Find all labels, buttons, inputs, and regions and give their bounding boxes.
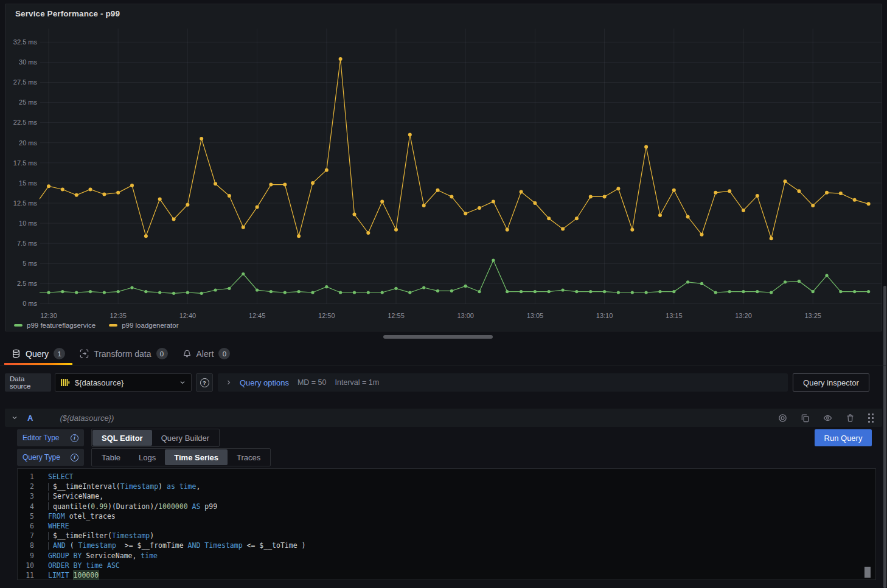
panel-title[interactable]: Service Performance - p99	[15, 9, 120, 18]
svg-text:22.5 ms: 22.5 ms	[13, 119, 38, 126]
svg-text:13:15: 13:15	[666, 312, 683, 319]
transform-icon	[80, 349, 89, 358]
editor-type-option-sql-editor[interactable]: SQL Editor	[92, 430, 152, 446]
svg-text:12:40: 12:40	[179, 312, 197, 319]
remove-query-trash-icon[interactable]	[846, 413, 855, 423]
svg-text:13:05: 13:05	[527, 312, 544, 319]
query-type-radio-group: Table Logs Time Series Traces	[91, 448, 271, 466]
datasource-label: Data source	[5, 373, 51, 392]
query-count-badge: 1	[54, 348, 65, 359]
svg-text:12:45: 12:45	[249, 312, 266, 319]
legend-label: p99 loadgenerator	[122, 322, 178, 329]
sql-code-editor[interactable]: 1SELECT2$__timeInterval(Timestamp) as ti…	[17, 468, 876, 580]
help-icon: ?	[200, 378, 209, 387]
chevron-down-icon	[179, 379, 186, 386]
svg-text:13:25: 13:25	[804, 312, 821, 319]
info-icon[interactable]: i	[71, 434, 78, 442]
editor-type-field: Editor Type i	[17, 429, 84, 446]
drag-handle-icon[interactable]	[868, 413, 874, 423]
datasource-picker[interactable]: ${datasource}	[55, 373, 192, 392]
legend-item-loadgenerator[interactable]: p99 loadgenerator	[109, 322, 178, 329]
svg-text:15 ms: 15 ms	[19, 179, 37, 187]
svg-text:13:10: 13:10	[596, 312, 613, 319]
query-type-option-time-series[interactable]: Time Series	[165, 449, 228, 465]
svg-text:0 ms: 0 ms	[23, 300, 37, 307]
svg-text:12:50: 12:50	[318, 312, 335, 319]
datasource-help-button[interactable]: ?	[196, 373, 213, 392]
query-options-bar: Query options MD = 50 Interval = 1m	[218, 373, 788, 392]
collapse-chevron-icon[interactable]	[11, 414, 18, 421]
svg-text:27.5 ms: 27.5 ms	[13, 78, 38, 86]
legend-label: p99 featureflagservice	[27, 322, 96, 329]
duplicate-query-icon[interactable]	[801, 413, 810, 423]
timeseries-panel: Service Performance - p99 0 ms2.5 ms5 ms…	[5, 4, 882, 331]
sql-code-lines: 1SELECT2$__timeInterval(Timestamp) as ti…	[18, 472, 875, 580]
query-type-option-table[interactable]: Table	[92, 449, 130, 465]
svg-text:12.5 ms: 12.5 ms	[13, 199, 38, 207]
editor-type-label: Editor Type	[23, 434, 59, 442]
clickhouse-datasource-icon	[60, 378, 70, 387]
query-inspector-button[interactable]: Query inspector	[793, 373, 869, 392]
svg-text:5 ms: 5 ms	[23, 260, 37, 267]
chart-legend: p99 featureflagservice p99 loadgenerator	[14, 320, 179, 331]
tab-transform-data[interactable]: Transform data 0	[72, 342, 175, 365]
svg-text:12:30: 12:30	[40, 312, 57, 319]
run-query-button[interactable]: Run Query	[815, 429, 872, 446]
bell-icon	[183, 349, 192, 358]
legend-item-featureflagservice[interactable]: p99 featureflagservice	[14, 322, 96, 329]
tab-query[interactable]: Query 1	[4, 342, 72, 365]
svg-text:7.5 ms: 7.5 ms	[17, 240, 38, 247]
tab-label: Transform data	[94, 349, 151, 359]
svg-text:13:00: 13:00	[457, 312, 474, 319]
svg-text:2.5 ms: 2.5 ms	[17, 280, 38, 287]
hide-response-eye-icon[interactable]	[823, 413, 832, 423]
query-editor-tabbar: Query 1 Transform data 0 Alert 0	[0, 342, 887, 365]
interval-value: Interval = 1m	[335, 378, 380, 387]
query-options-label: Query options	[240, 378, 289, 387]
svg-text:10 ms: 10 ms	[19, 220, 37, 227]
datasource-value: ${datasource}	[75, 378, 123, 387]
svg-text:30 ms: 30 ms	[19, 58, 37, 66]
database-icon	[12, 349, 21, 358]
horizontal-scrollbar-thumb[interactable]	[383, 335, 493, 339]
disable-query-icon[interactable]	[778, 413, 787, 423]
query-type-field: Query Type i	[17, 449, 84, 466]
query-type-option-traces[interactable]: Traces	[228, 449, 270, 465]
editor-type-radio-group: SQL Editor Query Builder	[91, 429, 220, 447]
legend-swatch-green	[14, 324, 23, 327]
query-type-label: Query Type	[23, 453, 60, 462]
legend-swatch-yellow	[109, 324, 117, 327]
vertical-scrollbar-thumb[interactable]	[883, 286, 886, 588]
tab-alert[interactable]: Alert 0	[175, 342, 238, 365]
query-datasource-hint: (${datasource})	[60, 413, 114, 423]
query-options-toggle[interactable]: Query options	[225, 378, 289, 387]
timeseries-canvas[interactable]: 0 ms2.5 ms5 ms7.5 ms10 ms12.5 ms15 ms17.…	[5, 22, 883, 322]
editor-scrollbar-thumb[interactable]	[864, 567, 871, 578]
svg-text:32.5 ms: 32.5 ms	[13, 38, 38, 46]
svg-text:20 ms: 20 ms	[19, 139, 37, 147]
query-row-actions	[778, 413, 874, 423]
svg-text:13:20: 13:20	[735, 312, 752, 319]
query-ref-id[interactable]: A	[27, 413, 33, 423]
svg-text:25 ms: 25 ms	[19, 99, 37, 106]
svg-text:17.5 ms: 17.5 ms	[13, 159, 38, 167]
query-row-header[interactable]: A (${datasource})	[5, 409, 882, 427]
info-icon[interactable]: i	[71, 454, 78, 462]
svg-text:12:55: 12:55	[388, 312, 405, 319]
tab-label: Query	[26, 349, 49, 359]
alert-count-badge: 0	[218, 348, 230, 359]
max-datapoints-value: MD = 50	[297, 378, 327, 387]
transform-count-badge: 0	[156, 348, 168, 359]
query-type-option-logs[interactable]: Logs	[130, 449, 165, 465]
svg-text:12:35: 12:35	[110, 312, 127, 319]
editor-type-option-query-builder[interactable]: Query Builder	[152, 430, 218, 446]
chevron-right-icon	[225, 379, 232, 386]
tab-label: Alert	[197, 349, 214, 359]
